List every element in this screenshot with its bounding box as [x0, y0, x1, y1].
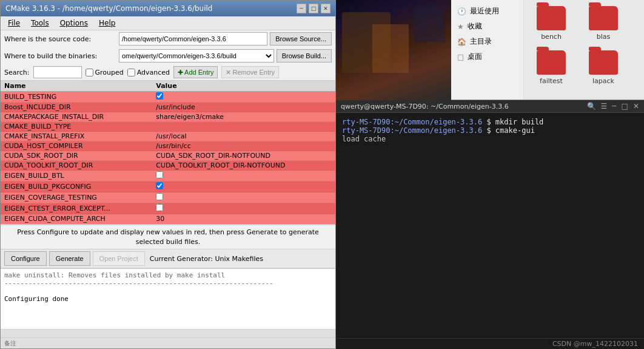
terminal-menu-icon[interactable]: ☰ — [601, 102, 608, 110]
table-checkbox[interactable] — [156, 171, 163, 178]
terminal-close-icon[interactable]: ✕ — [633, 102, 639, 110]
sidebar-home[interactable]: 🏠 主目录 — [451, 34, 523, 49]
table-cell-name: EIGEN_BUILD_PKGCONFIG — [1, 181, 152, 192]
terminal-content[interactable]: rty-MS-7D90:~/Common/eigen-3.3.6 $ mkdir… — [336, 113, 644, 338]
configure-button[interactable]: Configure — [4, 251, 47, 266]
folder-lapack[interactable]: lapack — [582, 50, 625, 85]
grouped-checkbox[interactable] — [86, 69, 93, 76]
source-path-input[interactable] — [119, 32, 267, 46]
cmake-output[interactable]: make uninstall: Removes files installed … — [1, 268, 335, 329]
col-value: Value — [152, 81, 335, 92]
table-row[interactable]: EIGEN_CUDA_COMPUTE_ARCH30 — [1, 214, 335, 224]
file-menu[interactable]: File — [3, 18, 25, 29]
file-manager: 🕐 最近使用 ★ 收藏 🏠 主目录 □ 桌面 bench — [336, 0, 644, 100]
advanced-label: Advanced — [137, 69, 170, 76]
terminal-minimize-icon[interactable]: ─ — [612, 102, 616, 110]
search-input[interactable] — [33, 66, 82, 78]
table-cell-value: CUDA_TOOLKIT_ROOT_DIR-NOTFOUND — [152, 161, 335, 171]
table-row[interactable]: EIGEN_COVERAGE_TESTING — [1, 192, 335, 203]
table-row[interactable]: EIGEN_BUILD_PKGCONFIG — [1, 181, 335, 192]
table-checkbox[interactable] — [156, 204, 163, 211]
cmake-table-container[interactable]: Name Value BUILD_TESTINGBoost_INCLUDE_DI… — [1, 81, 335, 225]
minimize-button[interactable]: ─ — [297, 4, 306, 13]
sidebar-recent[interactable]: 🕐 最近使用 — [451, 4, 523, 19]
options-menu[interactable]: Options — [55, 18, 93, 29]
table-checkbox[interactable] — [156, 193, 163, 200]
terminal: qwerty@qwerty-MS-7D90: ~/Common/eigen-3.… — [336, 100, 644, 349]
browse-build-button[interactable]: Browse Build... — [277, 49, 332, 63]
help-menu[interactable]: Help — [94, 18, 120, 29]
advanced-checkbox-label[interactable]: Advanced — [127, 69, 170, 76]
sidebar-home-label: 主目录 — [470, 36, 492, 47]
table-cell-value — [152, 181, 335, 192]
maximize-button[interactable]: □ — [309, 4, 318, 13]
term-line-3: load cache — [342, 135, 638, 143]
folder-blas[interactable]: blas — [582, 6, 625, 41]
terminal-search-icon[interactable]: 🔍 — [587, 102, 596, 110]
browse-source-button[interactable]: Browse Source... — [270, 32, 332, 46]
source-row: Where is the source code: Browse Source.… — [1, 30, 335, 47]
remove-entry-button[interactable]: ✕ Remove Entry — [221, 66, 279, 78]
term-line-1: rty-MS-7D90:~/Common/eigen-3.3.6 $ mkdir… — [342, 118, 638, 126]
cmake-buttons: Configure Generate Open Project Current … — [1, 249, 335, 268]
table-row[interactable]: CUDA_SDK_ROOT_DIRCUDA_SDK_ROOT_DIR-NOTFO… — [1, 151, 335, 161]
sidebar-recent-label: 最近使用 — [470, 6, 499, 16]
table-row[interactable]: EIGEN_BUILD_BTL — [1, 171, 335, 181]
recent-icon: 🕐 — [457, 7, 466, 16]
cmake-menubar: File Tools Options Help — [1, 16, 335, 30]
table-row[interactable]: Boost_INCLUDE_DIR/usr/include — [1, 103, 335, 112]
cmake-window: CMake 3.16.3 - /home/qwerty/Common/eigen… — [0, 0, 336, 349]
build-path-select[interactable]: ome/qwerty/Common/eigen-3.3.6/build — [119, 49, 274, 63]
table-row[interactable]: CMAKE_BUILD_TYPE — [1, 122, 335, 132]
terminal-footer-text: CSDN @mw_1422102031 — [552, 340, 638, 348]
folder-failtest-label: failtest — [540, 77, 563, 85]
table-checkbox[interactable] — [156, 182, 163, 189]
table-cell-value: /usr/local — [152, 132, 335, 141]
folder-blas-icon — [589, 6, 618, 30]
table-cell-value — [152, 122, 335, 132]
terminal-maximize-icon[interactable]: □ — [622, 102, 628, 110]
cmake-status-text: Press Configure to update and display ne… — [17, 228, 319, 245]
table-cell-name: Boost_INCLUDE_DIR — [1, 103, 152, 112]
remove-entry-label: Remove Entry — [232, 69, 275, 76]
table-row[interactable]: CMAKE_INSTALL_PREFIX/usr/local — [1, 132, 335, 141]
col-name: Name — [1, 81, 152, 92]
table-row[interactable]: BUILD_TESTING — [1, 92, 335, 103]
close-button[interactable]: ✕ — [321, 4, 330, 13]
add-entry-button[interactable]: ✚ Add Entry — [173, 66, 218, 78]
table-row[interactable]: CMAKEPACKAGE_INSTALL_DIRshare/eigen3/cma… — [1, 112, 335, 122]
horizontal-scrollbar[interactable] — [1, 329, 335, 337]
favorites-icon: ★ — [457, 22, 464, 31]
sidebar-favorites[interactable]: ★ 收藏 — [451, 19, 523, 34]
table-row[interactable]: EIGEN_CTEST_ERROR_EXCEPT... — [1, 203, 335, 214]
home-icon: 🏠 — [457, 38, 466, 46]
statusbar-text: 备注 — [4, 340, 16, 347]
table-checkbox[interactable] — [156, 92, 163, 100]
output-line-3 — [4, 287, 332, 295]
folder-blas-label: blas — [597, 33, 611, 41]
advanced-checkbox[interactable] — [127, 69, 135, 76]
terminal-titlebar: qwerty@qwerty-MS-7D90: ~/Common/eigen-3.… — [336, 100, 644, 113]
cmake-statusbar: 备注 — [1, 337, 335, 348]
folder-failtest[interactable]: failtest — [530, 50, 572, 85]
desktop-icon: □ — [457, 53, 464, 61]
add-entry-label: Add Entry — [184, 69, 213, 76]
terminal-tabs: qwerty@qwerty-MS-7D90: ~/Common/eigen-3.… — [341, 103, 509, 110]
grouped-checkbox-label[interactable]: Grouped — [86, 69, 124, 76]
table-row[interactable]: CUDA_TOOLKIT_ROOT_DIRCUDA_TOOLKIT_ROOT_D… — [1, 161, 335, 171]
terminal-controls[interactable]: 🔍 ☰ ─ □ ✕ — [587, 102, 639, 110]
build-label: Where to build the binaries: — [4, 52, 116, 60]
search-row: Search: Grouped Advanced ✚ Add Entry ✕ R… — [1, 64, 335, 81]
folder-failtest-icon — [537, 50, 566, 75]
table-row[interactable]: CUDA_HOST_COMPILER/usr/bin/cc — [1, 141, 335, 151]
file-manager-content: bench blas failtest lapack — [524, 0, 644, 100]
generate-button[interactable]: Generate — [49, 251, 90, 266]
source-label: Where is the source code: — [4, 35, 116, 43]
tools-menu[interactable]: Tools — [26, 18, 54, 29]
sidebar-desktop[interactable]: □ 桌面 — [451, 49, 523, 64]
folder-bench-icon — [537, 6, 566, 30]
sidebar-favorites-label: 收藏 — [468, 21, 482, 32]
folder-bench[interactable]: bench — [530, 6, 572, 41]
table-cell-value: CUDA_SDK_ROOT_DIR-NOTFOUND — [152, 151, 335, 161]
table-cell-name: EIGEN_COVERAGE_TESTING — [1, 192, 152, 203]
